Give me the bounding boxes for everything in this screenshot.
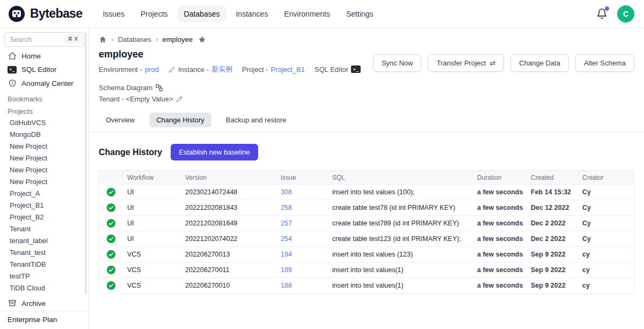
issue-link[interactable]: 194 xyxy=(281,251,292,258)
sidebar-item-sql-editor[interactable]: >_SQL Editor xyxy=(0,63,89,76)
sidebar-item-label: Anomaly Center xyxy=(21,79,74,87)
sidebar-project-new-project-3[interactable]: New Project xyxy=(0,152,89,164)
nav-item-instances[interactable]: Instances xyxy=(229,6,274,22)
cell-creator: Cy xyxy=(582,200,634,216)
body-row: ⌘ K Home>_SQL EditorAnomaly Center Bookm… xyxy=(0,28,644,329)
sidebar-project-tenanttidb-12[interactable]: TenantTiDB xyxy=(0,259,89,270)
cell-status xyxy=(99,262,127,278)
project-link[interactable]: Project_B1 xyxy=(270,65,305,74)
breadcrumb-home-icon[interactable] xyxy=(99,35,107,43)
sidebar-section-bookmarks: Bookmarks xyxy=(0,90,89,105)
cell-issue: 308 xyxy=(281,185,332,200)
cell-sql: insert into test values(1) xyxy=(332,262,477,278)
tab-change-history[interactable]: Change History xyxy=(149,113,211,127)
sidebar-item-label: SQL Editor xyxy=(21,65,57,74)
cell-duration: a few seconds xyxy=(477,216,531,231)
nav-item-environments[interactable]: Environments xyxy=(277,6,336,22)
environment-label: Environment - xyxy=(99,65,142,74)
instance-link[interactable]: 新实例 xyxy=(211,64,232,74)
nav-item-databases[interactable]: Databases xyxy=(178,6,226,22)
tab-backup-and-restore[interactable]: Backup and restore xyxy=(219,113,294,127)
edit-pencil-icon[interactable] xyxy=(176,96,183,103)
sidebar-project-githubvcs-0[interactable]: GitHubVCS xyxy=(0,117,89,129)
issue-link[interactable]: 257 xyxy=(281,220,292,227)
cell-created: Dec 12 2022 xyxy=(531,200,582,216)
cell-duration: a few seconds xyxy=(477,200,531,216)
check-circle-icon xyxy=(106,203,116,213)
establish-baseline-button[interactable]: Establish new baseline xyxy=(171,144,258,160)
action-sync-now-button[interactable]: Sync Now xyxy=(373,54,422,72)
issue-link[interactable]: 188 xyxy=(281,282,292,289)
cell-workflow: UI xyxy=(127,231,185,247)
sidebar-item-archive[interactable]: Archive xyxy=(0,296,89,310)
sidebar-project-tenant-9[interactable]: Tenant xyxy=(0,223,89,235)
col-status xyxy=(99,171,127,185)
action-change-data-button[interactable]: Change Data xyxy=(510,54,569,72)
cell-sql: insert into test values (100); xyxy=(332,185,477,200)
check-circle-icon xyxy=(106,187,116,197)
action-transfer-project-button[interactable]: Transfer Project⇄ xyxy=(428,54,504,72)
home-icon xyxy=(8,52,17,60)
check-circle-icon xyxy=(106,250,116,259)
action-alter-schema-button[interactable]: Alter Schema xyxy=(575,54,634,72)
sidebar-project-new-project-2[interactable]: New Project xyxy=(0,141,89,152)
issue-link[interactable]: 254 xyxy=(281,235,292,243)
avatar[interactable]: C xyxy=(617,5,634,23)
sidebar-project-tidb-cloud-14[interactable]: TiDB Cloud xyxy=(0,282,89,294)
tab-bar: OverviewChange HistoryBackup and restore xyxy=(89,107,644,132)
plan-footer[interactable]: Enterprise Plan xyxy=(0,311,89,329)
cell-status xyxy=(99,247,127,262)
issue-link[interactable]: 189 xyxy=(281,266,292,274)
breadcrumb: Databases employee xyxy=(89,28,644,46)
brand-name: Bytebase xyxy=(30,6,82,21)
environment-link[interactable]: prod xyxy=(145,65,159,74)
sidebar-section-projects: Projects xyxy=(0,105,89,117)
brand[interactable]: Bytebase xyxy=(8,5,82,23)
sidebar-scrollbar[interactable] xyxy=(85,32,87,295)
sidebar-project-mongodb-1[interactable]: MongoDB xyxy=(0,129,89,141)
breadcrumb-databases[interactable]: Databases xyxy=(118,35,151,43)
check-circle-icon xyxy=(106,218,116,228)
sidebar-project-tenant-test-11[interactable]: Tenant_test xyxy=(0,247,89,259)
sidebar-project-project-a-6[interactable]: Project_A xyxy=(0,188,89,200)
col-workflow: Workflow xyxy=(127,171,185,185)
bookmark-star-icon[interactable] xyxy=(198,35,206,43)
sidebar-project-tenant-label-10[interactable]: tenant_label xyxy=(0,235,89,247)
sidebar-project-new-project-4[interactable]: New Project xyxy=(0,164,89,176)
cell-workflow: VCS xyxy=(127,247,185,262)
nav-item-settings[interactable]: Settings xyxy=(340,6,380,22)
cell-created: Dec 2 2022 xyxy=(531,216,582,231)
history-table-head-row: WorkflowVersionIssueSQLDurationCreatedCr… xyxy=(99,171,634,185)
sidebar-item-home[interactable]: Home xyxy=(0,49,89,63)
breadcrumb-current: employee xyxy=(163,35,193,43)
schema-diagram-link[interactable]: Schema Diagram xyxy=(99,84,163,92)
col-creator: Creator xyxy=(582,171,634,185)
page-header-left: employee Environment - prod Instance - 新… xyxy=(99,49,373,106)
table-row: UI20221202081649257create table test789 … xyxy=(99,216,634,231)
sql-editor-link[interactable]: SQL Editor >_ xyxy=(314,65,361,74)
sidebar-project-testtp-13[interactable]: testTP xyxy=(0,270,89,282)
issue-link[interactable]: 258 xyxy=(281,204,292,211)
sidebar-project-project-b2-8[interactable]: Project_B2 xyxy=(0,211,89,223)
cell-creator: Cy xyxy=(582,231,634,247)
history-table-body: UI20230214072448308insert into test valu… xyxy=(99,185,634,294)
sidebar-project-new-project-5[interactable]: New Project xyxy=(0,176,89,188)
top-nav-items: IssuesProjectsDatabasesInstancesEnvironm… xyxy=(96,6,379,22)
sidebar-item-anomaly-center[interactable]: Anomaly Center xyxy=(0,76,89,90)
cell-sql: insert into test values (123) xyxy=(332,247,477,262)
tab-overview[interactable]: Overview xyxy=(99,113,142,127)
cell-version: 20221202081843 xyxy=(185,200,281,216)
search-shortcut-badge: ⌘ K xyxy=(64,34,82,43)
nav-item-issues[interactable]: Issues xyxy=(96,6,130,22)
issue-link[interactable]: 308 xyxy=(281,188,292,196)
cell-creator: Cy xyxy=(582,185,634,200)
sidebar-project-project-b1-7[interactable]: Project_B1 xyxy=(0,200,89,211)
col-created: Created xyxy=(531,171,582,185)
page-header: employee Environment - prod Instance - 新… xyxy=(89,46,644,106)
change-history-table: WorkflowVersionIssueSQLDurationCreatedCr… xyxy=(99,170,634,294)
nav-item-projects[interactable]: Projects xyxy=(134,6,174,22)
header-actions: Sync NowTransfer Project⇄Change DataAlte… xyxy=(373,54,634,72)
cell-issue: 194 xyxy=(281,247,332,262)
cell-issue: 258 xyxy=(281,200,332,216)
notifications-button[interactable] xyxy=(596,8,608,19)
